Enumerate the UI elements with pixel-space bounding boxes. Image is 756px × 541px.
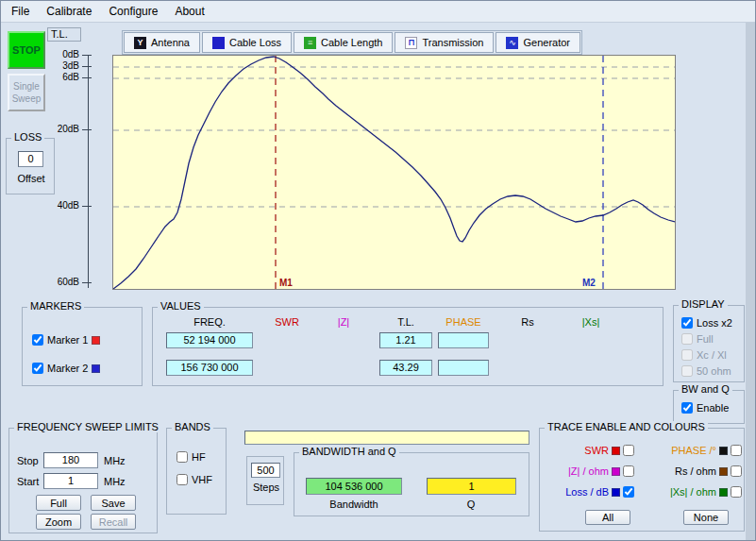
band-vhf-checkbox[interactable] <box>176 474 188 485</box>
toolbar-antenna-label: Antenna <box>151 37 190 48</box>
band-hf-checkbox[interactable] <box>176 451 188 463</box>
steps-input[interactable]: 500 <box>251 463 280 478</box>
display-loss-x2-row[interactable]: Loss x2 <box>681 317 732 329</box>
stop-button[interactable]: STOP <box>8 31 45 69</box>
zoom-button[interactable]: Zoom <box>36 514 81 530</box>
sweep-chart[interactable]: M1 M2 <box>112 55 676 290</box>
toolbar-cable-length-label: Cable Length <box>321 37 382 48</box>
trace-enable-group-title: TRACE ENABLE AND COLOURS <box>545 421 708 432</box>
trace-rs-checkbox[interactable] <box>731 465 742 477</box>
marker1-tl-field: 1.21 <box>379 332 432 348</box>
toolbar-antenna-button[interactable]: Antenna <box>124 32 200 53</box>
full-span-button[interactable]: Full <box>36 495 81 511</box>
steps-box: 500 Steps <box>246 456 284 505</box>
y-axis-tick <box>82 55 92 56</box>
bandwidth-q-group: BANDWIDTH and Q 104 536 000 Bandwidth 1 … <box>294 452 529 516</box>
single-sweep-label-line1: Single <box>13 81 40 92</box>
stop-label: Stop <box>17 455 39 466</box>
toolbar-generator-button[interactable]: Generator <box>496 32 580 53</box>
start-frequency-input[interactable]: 1 <box>43 473 98 489</box>
toolbar-cable-length-button[interactable]: Cable Length <box>294 32 393 53</box>
trace-loss-checkbox[interactable] <box>623 486 634 498</box>
marker1-row[interactable]: Marker 1 <box>32 334 100 346</box>
toolbar-cable-loss-label: Cable Loss <box>229 37 281 48</box>
marker2-row[interactable]: Marker 2 <box>32 363 100 374</box>
marker2-tl-field: 43.29 <box>379 360 432 376</box>
marker1-checkbox[interactable] <box>32 334 43 346</box>
menu-item-about[interactable]: About <box>166 1 212 22</box>
stop-frequency-input[interactable]: 180 <box>43 452 98 468</box>
single-sweep-button[interactable]: Single Sweep <box>8 74 45 111</box>
frequency-entry-field[interactable] <box>244 431 529 445</box>
toolbar-cable-loss-button[interactable]: Cable Loss <box>202 32 292 53</box>
y-axis-label: 40dB <box>58 200 79 211</box>
loss-group-title: LOSS <box>11 131 44 143</box>
trace-xs-label: |Xs| / ohm <box>670 486 716 498</box>
display-full-row: Full <box>681 333 714 345</box>
bw-q-enable-row[interactable]: Enable <box>681 402 729 414</box>
trace-rs-label: Rs / ohm <box>675 465 716 477</box>
toolbar-generator-label: Generator <box>523 37 570 48</box>
start-label: Start <box>17 476 39 487</box>
band-vhf-row[interactable]: VHF <box>176 474 212 485</box>
display-group-title: DISPLAY <box>679 298 728 310</box>
antenna-icon <box>134 37 146 49</box>
trace-phase-swatch <box>719 447 728 455</box>
trace-phase-checkbox[interactable] <box>731 445 742 456</box>
display-loss-x2-checkbox[interactable] <box>681 317 693 329</box>
trace-z-label: |Z| / ohm <box>568 465 609 477</box>
trace-z-checkbox[interactable] <box>623 465 634 477</box>
toolbar-transmission-label: Transmission <box>422 37 483 48</box>
trace-select-toolbar: Antenna Cable Loss Cable Length Transmis… <box>122 30 582 55</box>
trace-xs-checkbox[interactable] <box>731 486 742 498</box>
trace-xs-swatch <box>719 488 728 497</box>
marker2-phase-field <box>438 360 489 376</box>
y-axis-tick <box>82 66 92 67</box>
display-xc-xl-checkbox <box>681 349 693 361</box>
y-axis-line <box>88 55 89 288</box>
sweep-trace-svg <box>113 56 675 289</box>
trace-all-button[interactable]: All <box>585 510 630 525</box>
marker1-color-swatch <box>92 336 100 345</box>
y-axis-label: 3dB <box>62 60 79 71</box>
bw-q-enable-label: Enable <box>697 402 729 414</box>
cable-length-icon <box>304 37 316 49</box>
markers-group-title: MARKERS <box>27 300 84 312</box>
marker1-freq-field[interactable]: 52 194 000 <box>166 332 253 348</box>
values-header-freq: FREQ. <box>193 316 226 328</box>
generator-icon <box>506 37 518 49</box>
menu-item-file[interactable]: File <box>3 1 38 22</box>
menu-item-configure[interactable]: Configure <box>100 1 166 22</box>
display-loss-x2-label: Loss x2 <box>697 317 732 329</box>
bandwidth-value-field: 104 536 000 <box>306 478 402 495</box>
marker2-freq-field[interactable]: 156 730 000 <box>166 360 253 376</box>
loss-offset-input[interactable]: 0 <box>18 151 43 167</box>
y-axis-tick <box>82 206 92 207</box>
menu-bar: File Calibrate Configure About <box>1 1 755 23</box>
trace-phase-label: PHASE /° <box>671 445 716 456</box>
save-button[interactable]: Save <box>91 495 136 511</box>
display-full-checkbox <box>681 333 693 345</box>
window-right-edge <box>746 1 755 540</box>
marker1-label: Marker 1 <box>47 334 88 346</box>
cable-loss-icon <box>212 37 225 49</box>
bw-q-enable-checkbox[interactable] <box>681 402 693 414</box>
band-hf-row[interactable]: HF <box>176 451 206 463</box>
marker2-checkbox[interactable] <box>32 363 43 374</box>
toolbar-transmission-button[interactable]: Transmission <box>395 32 494 53</box>
trace-enable-group: TRACE ENABLE AND COLOURS SWR PHASE /° |Z… <box>539 428 745 532</box>
transmission-icon <box>405 37 417 49</box>
bands-group-title: BANDS <box>172 421 213 432</box>
values-header-xs: |Xs| <box>582 316 600 328</box>
markers-group: MARKERS Marker 1 Marker 2 <box>22 307 143 386</box>
values-header-swr: SWR <box>275 316 299 328</box>
values-header-rs: Rs <box>521 316 533 328</box>
trace-swr-checkbox[interactable] <box>623 445 634 456</box>
values-header-phase: PHASE <box>445 316 480 328</box>
menu-item-calibrate[interactable]: Calibrate <box>38 1 100 22</box>
trace-row-swr: SWR <box>542 444 634 457</box>
display-xc-xl-row: Xc / Xl <box>681 349 727 361</box>
y-axis-label: 6dB <box>62 72 79 82</box>
trace-none-button[interactable]: None <box>683 510 729 525</box>
y-axis-tick <box>82 77 92 78</box>
